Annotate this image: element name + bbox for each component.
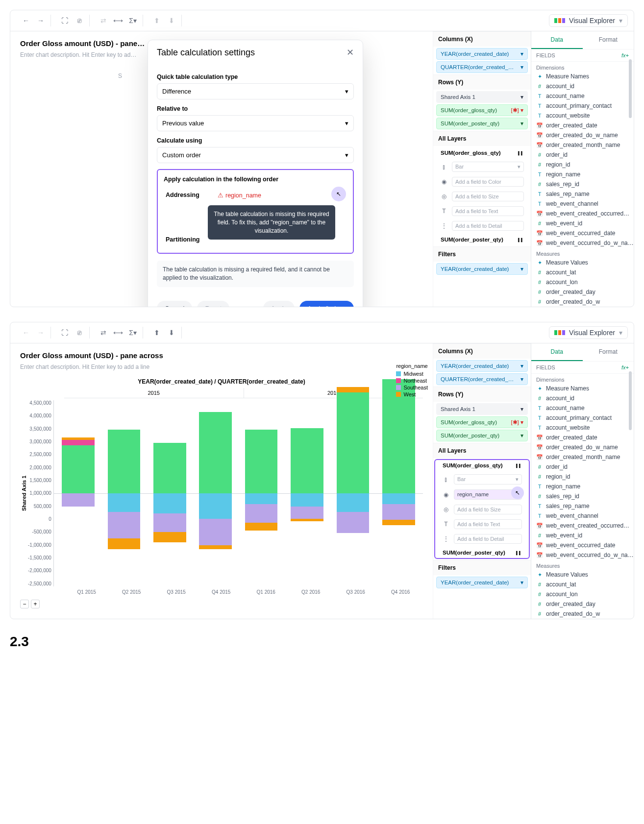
field-web_event_channel[interactable]: Tweb_event_channel: [531, 199, 634, 209]
field-web_event_occurred_date[interactable]: 📅web_event_occurred_date: [531, 540, 634, 550]
field-order_created_month_name[interactable]: 📅order_created_month_name: [531, 140, 634, 150]
field-region_id[interactable]: #region_id: [531, 472, 634, 482]
shared-axis[interactable]: Shared Axis 1▾: [436, 91, 528, 103]
fit-icon[interactable]: ⟷: [112, 15, 124, 26]
swap-icon[interactable]: ⇄: [98, 327, 109, 339]
filter-pill[interactable]: YEAR(order_created_date)▾: [436, 577, 528, 588]
field-order_id[interactable]: #order_id: [531, 462, 634, 472]
field-Measure Names[interactable]: ✦Measure Names: [531, 72, 634, 81]
close-icon[interactable]: ✕: [347, 47, 354, 58]
totals-icon[interactable]: Σ▾: [127, 15, 139, 26]
detail-field[interactable]: Add a field to Detail: [454, 534, 522, 544]
field-web_event_created_occurred…[interactable]: 📅web_event_created_occurred…: [531, 521, 634, 531]
tab-format[interactable]: Format: [583, 343, 634, 361]
field-account_primary_contact[interactable]: Taccount_primary_contact: [531, 413, 634, 423]
pill-quarter[interactable]: QUARTER(order_created_…▾: [436, 373, 528, 385]
field-order_created_day[interactable]: #order_created_day: [531, 287, 634, 297]
field-account_lat[interactable]: #account_lat: [531, 267, 634, 277]
pill-year[interactable]: YEAR(order_created_date)▾: [436, 360, 528, 372]
field-account_name[interactable]: Taccount_name: [531, 91, 634, 101]
field-order_created_do_w_name[interactable]: 📅order_created_do_w_name: [531, 442, 634, 452]
fit-icon[interactable]: ⟷: [112, 327, 124, 339]
field-account_id[interactable]: #account_id: [531, 81, 634, 91]
back-icon[interactable]: ←: [20, 15, 32, 26]
field-order_created_do_w[interactable]: #order_created_do_w: [531, 609, 634, 619]
autosize-icon[interactable]: ⛶: [59, 327, 71, 339]
tab-data[interactable]: Data: [531, 31, 583, 49]
field-order_created_do_w_name[interactable]: 📅order_created_do_w_name: [531, 130, 634, 140]
color-field[interactable]: Add a field to Color: [452, 177, 524, 187]
tab-format[interactable]: Format: [583, 31, 634, 49]
pill-gloss[interactable]: SUM(order_gloss_qty)[✱] ▾: [436, 104, 528, 116]
filter-pill[interactable]: YEAR(order_created_date)▾: [436, 263, 528, 275]
field-order_created_do_w[interactable]: #order_created_do_w: [531, 297, 634, 307]
sort-desc-icon[interactable]: ⬇: [166, 327, 177, 339]
field-account_lat[interactable]: #account_lat: [531, 580, 634, 589]
size-field[interactable]: Add a field to Size: [452, 192, 524, 201]
autosize-icon[interactable]: ⛶: [59, 15, 71, 26]
field-region_id[interactable]: #region_id: [531, 160, 634, 170]
field-account_id[interactable]: #account_id: [531, 393, 634, 403]
clear-icon[interactable]: ⎚: [74, 327, 85, 339]
mark-type[interactable]: Bar▾: [452, 162, 524, 172]
layer-poster[interactable]: SUM(order_poster_qty)⫿⫿: [436, 234, 528, 245]
field-sales_rep_name[interactable]: Tsales_rep_name: [531, 501, 634, 511]
add-field-icon[interactable]: fx+: [621, 52, 629, 58]
shared-axis[interactable]: Shared Axis 1▾: [436, 403, 528, 415]
field-web_event_occurred_do_w_na…[interactable]: 📅web_event_occurred_do_w_na…: [531, 550, 634, 560]
clear-icon[interactable]: ⎚: [74, 15, 85, 26]
tab-data[interactable]: Data: [531, 343, 583, 361]
add-field-icon[interactable]: fx+: [621, 364, 629, 370]
field-order_created_date[interactable]: 📅order_created_date: [531, 121, 634, 130]
zoom-out[interactable]: −: [20, 600, 29, 608]
detail-field[interactable]: Add a field to Detail: [452, 221, 524, 231]
field-sales_rep_name[interactable]: Tsales_rep_name: [531, 189, 634, 199]
pill-poster[interactable]: SUM(order_poster_qty)▾: [436, 118, 528, 129]
totals-icon[interactable]: Σ▾: [127, 327, 139, 339]
field-sales_rep_id[interactable]: #sales_rep_id: [531, 491, 634, 501]
field-order_id[interactable]: #order_id: [531, 150, 634, 160]
field-account_lon[interactable]: #account_lon: [531, 277, 634, 287]
field-order_created_day[interactable]: #order_created_day: [531, 599, 634, 609]
apply-button[interactable]: Apply: [263, 301, 295, 307]
layer-poster[interactable]: SUM(order_poster_qty)⫿⫿: [438, 547, 526, 558]
field-order_created_month_name[interactable]: 📅order_created_month_name: [531, 452, 634, 462]
field-account_website[interactable]: Taccount_website: [531, 111, 634, 121]
scrollbar[interactable]: [629, 59, 632, 118]
field-account_lon[interactable]: #account_lon: [531, 589, 634, 599]
reset-button[interactable]: Reset: [197, 301, 229, 307]
field-web_event_id[interactable]: #web_event_id: [531, 531, 634, 540]
pill-year[interactable]: YEAR(order_created_date)▾: [436, 48, 528, 60]
zoom-in[interactable]: +: [31, 600, 40, 608]
scrollbar[interactable]: [629, 371, 632, 430]
canvas-desc[interactable]: Enter chart description. Hit Enter key t…: [20, 364, 423, 370]
layer-gloss[interactable]: SUM(order_gloss_qty)⫿⫿: [438, 460, 526, 471]
field-web_event_id[interactable]: #web_event_id: [531, 218, 634, 228]
text-field[interactable]: Add a field to Text: [454, 519, 522, 529]
field-Measure Values[interactable]: ✦Measure Values: [531, 258, 634, 267]
calc-using-select[interactable]: Custom order▾: [157, 147, 354, 163]
field-sales_rep_id[interactable]: #sales_rep_id: [531, 179, 634, 189]
apply-close-button[interactable]: Apply & close: [299, 301, 354, 307]
pill-gloss[interactable]: SUM(order_gloss_qty)[✱] ▾: [436, 416, 528, 428]
layer-gloss[interactable]: SUM(order_gloss_qty)⫿⫿: [436, 147, 528, 158]
field-account_primary_contact[interactable]: Taccount_primary_contact: [531, 101, 634, 111]
text-field[interactable]: Add a field to Text: [452, 206, 524, 216]
size-field[interactable]: Add a field to Size: [454, 505, 522, 514]
mark-type[interactable]: Bar▾: [454, 474, 522, 485]
field-web_event_channel[interactable]: Tweb_event_channel: [531, 511, 634, 521]
pill-quarter[interactable]: QUARTER(order_created_…▾: [436, 61, 528, 73]
quick-calc-select[interactable]: Difference▾: [157, 83, 354, 99]
field-region_name[interactable]: Tregion_name: [531, 170, 634, 179]
field-Measure Names[interactable]: ✦Measure Names: [531, 384, 634, 393]
field-Measure Values[interactable]: ✦Measure Values: [531, 570, 634, 580]
sort-asc-icon[interactable]: ⬆: [151, 327, 163, 339]
field-account_website[interactable]: Taccount_website: [531, 423, 634, 433]
forward-icon[interactable]: →: [35, 15, 47, 26]
field-web_event_occurred_do_w_na…[interactable]: 📅web_event_occurred_do_w_na…: [531, 238, 634, 248]
visual-explorer-button[interactable]: Visual Explorer ▾: [549, 326, 628, 339]
relative-select[interactable]: Previous value▾: [157, 115, 354, 131]
cancel-button[interactable]: Cancel: [157, 301, 192, 307]
field-web_event_occurred_date[interactable]: 📅web_event_occurred_date: [531, 228, 634, 238]
field-account_name[interactable]: Taccount_name: [531, 403, 634, 413]
